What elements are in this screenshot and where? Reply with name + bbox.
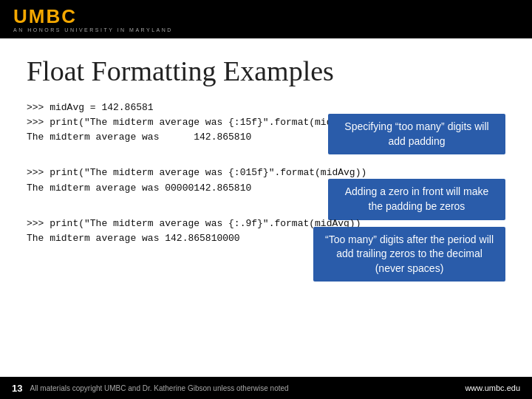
callout-1: Specifying “too many” digits will add pa… [328, 114, 505, 154]
footer-url: www.umbc.edu [465, 383, 520, 392]
footer: 13 All materials copyright UMBC and Dr. … [0, 377, 532, 399]
section-3: >>> print("The midterm average was {:.9f… [27, 216, 505, 246]
section-1: >>> midAvg = 142.86581 >>> print("The mi… [27, 100, 505, 145]
main-content: Float Formatting Examples >>> midAvg = 1… [0, 38, 532, 267]
umbc-logo: UMBC AN HONORS UNIVERSITY IN MARYLAND [13, 7, 173, 33]
callout-3: “Too many” digits after the period will … [313, 227, 505, 282]
header: UMBC AN HONORS UNIVERSITY IN MARYLAND [0, 0, 532, 38]
footer-copyright: All materials copyright UMBC and Dr. Kat… [30, 384, 288, 392]
footer-page-number: 13 [12, 383, 22, 394]
callout-2: Adding a zero in front will make the pad… [328, 179, 505, 219]
section-2: >>> print("The midterm average was {:015… [27, 166, 505, 195]
page-title: Float Formatting Examples [27, 55, 505, 87]
umbc-logo-text: UMBC [13, 7, 173, 26]
umbc-subtitle: AN HONORS UNIVERSITY IN MARYLAND [13, 27, 173, 33]
footer-left: 13 All materials copyright UMBC and Dr. … [12, 383, 289, 394]
